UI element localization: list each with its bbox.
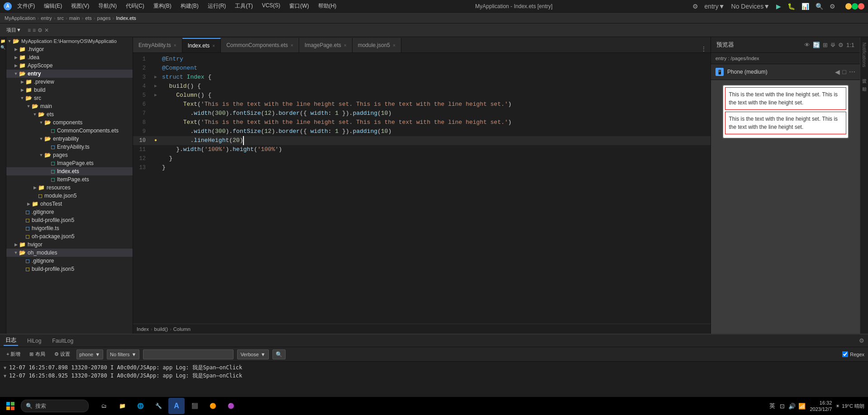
breadcrumb-main[interactable]: main [69,15,80,21]
menu-code[interactable]: 代码(C) [124,1,146,11]
tree-entryability[interactable]: ▼ 📂 entryability [6,135,133,143]
taskbar-search[interactable]: 🔍 搜索 [21,400,89,412]
tree-entryability-ts[interactable]: ◻ EntryAbility.ts [6,143,133,151]
tree-indexets[interactable]: ◻ Index.ets [6,167,133,175]
settings2-icon[interactable]: ⚙ [827,2,838,11]
layout-btn[interactable]: ⊞ 布局 [27,350,48,358]
collapse-all-icon[interactable]: ≡ [33,27,36,33]
tray-network[interactable]: 📶 [798,402,806,410]
tree-resources[interactable]: ▶ 📁 resources [6,184,133,192]
tree-gitignore1[interactable]: ◻ .gitignore [6,208,133,216]
breadcrumb-build[interactable]: build() [154,326,168,332]
verbose-select[interactable]: Verbose ▼ [237,349,268,359]
search-icon[interactable]: 🔍 [813,2,826,11]
new-btn[interactable]: + 新增 [4,350,23,358]
tab-imagepage-close[interactable]: × [344,43,347,48]
tree-hvigor2[interactable]: ▶ 📁 hvigor [6,241,133,249]
tab-imagepage[interactable]: ImagePage.ets × [299,38,353,52]
debug-btn[interactable]: 🐛 [785,2,798,11]
bottom-tab-hilog[interactable]: HiLog [25,337,43,345]
tab-commoncomponents[interactable]: CommonComponents.ets × [221,38,299,52]
activity-search[interactable]: 🔍 [0,45,5,50]
preview-1x-icon[interactable]: 1:1 [846,42,854,48]
menu-edit[interactable]: 编辑(E) [42,1,64,11]
tree-imagepage[interactable]: ◻ ImagePage.ets [6,159,133,167]
taskbar-app-explorer[interactable]: 🗂 [96,398,112,414]
log-search-input[interactable] [146,352,230,357]
bottom-tab-log[interactable]: 日志 [4,335,18,346]
log-arrow-1[interactable]: ▼ [4,365,6,370]
settings-btn[interactable]: ⚙ 设置 [52,350,73,358]
taskbar-app-orange[interactable]: 🟠 [205,398,221,414]
tab-commoncomponents-close[interactable]: × [291,43,293,48]
menu-file[interactable]: 文件(F) [15,1,37,11]
tree-hvigor[interactable]: ▶ 📁 .hvigor [6,45,133,53]
tree-buildprofile2[interactable]: ◻ build-profile.json5 [6,265,133,273]
tree-ohpackage[interactable]: ◻ oh-package.json5 [6,232,133,241]
vert-tab-notifications[interactable]: Notifications [861,39,868,71]
preview-back-btn[interactable]: ◀ [835,68,840,75]
breadcrumb-column[interactable]: Column [173,326,191,332]
start-button[interactable] [4,399,17,413]
tray-lang[interactable]: 英 [768,402,776,410]
tree-root[interactable]: ▼ 📂 MyApplication E:\HarmonyOS\MyApplica… [6,37,133,45]
tab-entryability-close[interactable]: × [174,43,176,48]
tree-module-json[interactable]: ◻ module.json5 [6,192,133,200]
device-select[interactable]: phone ▼ [76,349,103,359]
tree-appscope[interactable]: ▶ 📁 AppScope [6,61,133,70]
breadcrumb-index[interactable]: Index [137,326,149,332]
code-editor[interactable]: 1 @Entry 2 @Component 3 ▶ struct Index {… [133,53,711,324]
taskbar-app-settings[interactable]: 🔧 [150,398,167,414]
taskbar-app-blue[interactable]: A [168,398,185,414]
breadcrumb-entry[interactable]: entry [41,15,52,21]
tree-entry[interactable]: ▼ 📂 entry [6,70,133,78]
preview-more-btn[interactable]: ⋯ [849,68,855,75]
breadcrumb-src[interactable]: src [57,15,64,21]
tree-pages[interactable]: ▼ 📂 pages [6,151,133,159]
tab-more-button[interactable]: ⋮ [697,45,711,52]
tab-entryability[interactable]: EntryAbility.ts × [133,38,182,52]
taskbar-app-folder[interactable]: 📁 [114,398,130,414]
tree-ohostest[interactable]: ▶ 📁 ohosTest [6,200,133,208]
vert-tab-help[interactable]: 帮助 [860,80,868,87]
bottom-tab-faultlog[interactable]: FaultLog [50,337,75,345]
clock[interactable]: 16:32 2023/12/7 [810,400,832,413]
breadcrumb-ets[interactable]: ets [85,15,92,21]
tray-volume[interactable]: 🔊 [788,402,796,410]
expand-all-icon[interactable]: ≡ [28,27,31,33]
filter-select[interactable]: No filters ▼ [107,349,139,359]
search-input-container[interactable] [143,349,234,359]
tree-hvigorfile[interactable]: ◻ hvigorfile.ts [6,224,133,232]
minimize-button[interactable]: − [845,3,852,9]
no-devices-dropdown[interactable]: No Devices▼ [729,2,773,11]
preview-grid-icon[interactable]: ⊞ [823,42,828,48]
taskbar-app-terminal[interactable]: ⬛ [186,398,203,414]
tree-components[interactable]: ▼ 📂 components [6,118,133,127]
menu-nav[interactable]: 导航(N) [96,1,119,11]
taskbar-app-purple[interactable]: 🟣 [223,398,239,414]
tree-main[interactable]: ▼ 📂 main [6,102,133,110]
tab-module-json5[interactable]: module.json5 × [353,38,401,52]
tray-display[interactable]: ⊡ [778,402,786,410]
log-filter-input[interactable]: 🔍 [272,349,286,359]
menu-vcs[interactable]: VCS(S) [260,1,282,11]
menu-window[interactable]: 窗口(W) [287,1,310,11]
maximize-button[interactable]: □ [852,3,858,9]
tree-src[interactable]: ▼ 📂 src [6,94,133,102]
breadcrumb-pages[interactable]: pages [97,15,111,21]
project-dropdown[interactable]: 项目▼ [4,26,24,34]
menu-build[interactable]: 构建(B) [179,1,200,11]
breadcrumb-myapp[interactable]: MyApplication [5,15,35,21]
vert-tab-settings[interactable]: 设置 [860,71,868,79]
tab-index[interactable]: Index.ets × [182,38,221,52]
taskbar-app-edge[interactable]: 🌐 [132,398,148,414]
run-btn[interactable]: ▶ [773,2,784,11]
preview-home-btn[interactable]: □ [843,68,846,75]
menu-view[interactable]: 视图(V) [69,1,91,11]
preview-eye-icon[interactable]: 👁 [804,42,810,48]
menu-refactor[interactable]: 重构(B) [152,1,173,11]
sync-icon[interactable]: ⚙ [38,27,43,33]
activity-explorer[interactable]: 📁 [0,39,5,43]
tree-itempage[interactable]: ◻ ItemPage.ets [6,175,133,184]
regex-checkbox[interactable] [842,351,848,357]
